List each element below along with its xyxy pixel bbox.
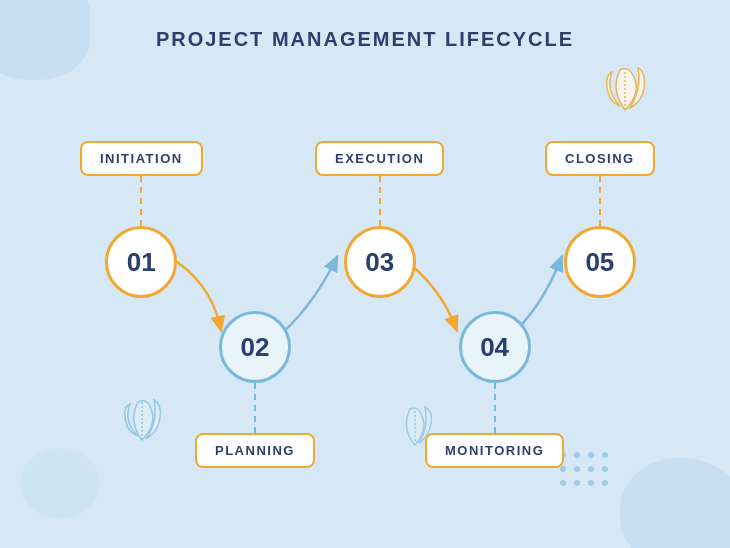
num-04: 04 <box>480 332 509 363</box>
circle-01: 01 <box>105 226 177 298</box>
node-01: INITIATION 01 <box>80 141 203 298</box>
circle-05: 05 <box>564 226 636 298</box>
circle-03: 03 <box>344 226 416 298</box>
node-04: 04 MONITORING <box>425 311 564 468</box>
circle-02: 02 <box>219 311 291 383</box>
label-monitoring: MONITORING <box>425 433 564 468</box>
dashed-line-03 <box>379 176 381 226</box>
dashed-line-02 <box>254 383 256 433</box>
num-01: 01 <box>127 247 156 278</box>
page-title: PROJECT MANAGEMENT LIFECYCLE <box>0 0 730 51</box>
dashed-line-04 <box>494 383 496 433</box>
label-closing: CLOSING <box>545 141 655 176</box>
circle-04: 04 <box>459 311 531 383</box>
num-03: 03 <box>365 247 394 278</box>
lifecycle-diagram: INITIATION 01 02 PLANNING EXECUTION 03 0… <box>0 61 730 511</box>
num-05: 05 <box>585 247 614 278</box>
node-02: 02 PLANNING <box>195 311 315 468</box>
dashed-line-01 <box>140 176 142 226</box>
node-05: CLOSING 05 <box>545 141 655 298</box>
label-initiation: INITIATION <box>80 141 203 176</box>
label-execution: EXECUTION <box>315 141 444 176</box>
node-03: EXECUTION 03 <box>315 141 444 298</box>
dashed-line-05 <box>599 176 601 226</box>
label-planning: PLANNING <box>195 433 315 468</box>
num-02: 02 <box>240 332 269 363</box>
